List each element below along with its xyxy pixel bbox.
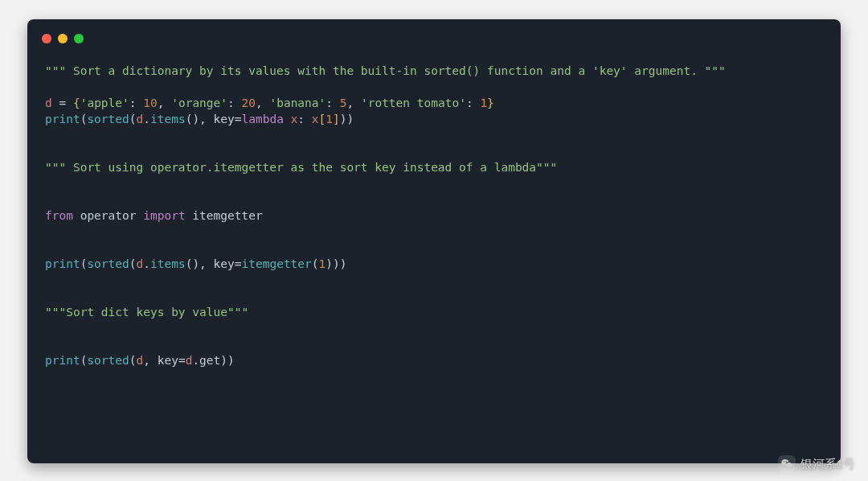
number: 1 xyxy=(480,97,487,109)
identifier: d xyxy=(45,97,52,109)
module: operator xyxy=(80,209,137,222)
call: sorted xyxy=(87,113,129,125)
call: items xyxy=(150,257,186,270)
paren: ) xyxy=(326,257,333,270)
number: 20 xyxy=(242,97,256,109)
bracket: [ xyxy=(319,113,326,125)
arg-sep: , key= xyxy=(199,113,241,125)
comma: , xyxy=(256,97,269,109)
attr: get xyxy=(199,354,220,367)
window-zoom-button[interactable] xyxy=(74,34,84,43)
watermark: 银河系1号 xyxy=(778,455,855,473)
call: print xyxy=(45,113,80,125)
code-editor-window: """ Sort a dictionary by its values with… xyxy=(27,19,841,463)
window-minimize-button[interactable] xyxy=(58,34,68,43)
string: 'orange' xyxy=(171,97,227,109)
wechat-icon xyxy=(778,455,796,473)
colon: : xyxy=(129,97,143,109)
paren: ) xyxy=(347,113,354,125)
window-titlebar xyxy=(27,19,841,47)
paren: ) xyxy=(333,257,340,270)
paren: ) xyxy=(192,113,199,125)
brace: } xyxy=(487,97,494,109)
dot: . xyxy=(143,113,150,125)
comma: , xyxy=(158,97,171,109)
number: 10 xyxy=(143,97,157,109)
identifier: d xyxy=(137,354,144,367)
space xyxy=(73,209,80,222)
operator: = xyxy=(52,97,73,109)
string: 'banana' xyxy=(269,97,326,109)
number: 1 xyxy=(319,257,326,270)
paren: ( xyxy=(129,113,137,125)
space xyxy=(284,113,291,125)
window-close-button[interactable] xyxy=(42,34,51,43)
arg-sep: , key= xyxy=(199,257,241,270)
paren: ) xyxy=(340,113,347,125)
name: itemgetter xyxy=(192,209,262,222)
paren: ( xyxy=(129,257,137,270)
brace: { xyxy=(73,97,80,109)
string: 'rotten tomato' xyxy=(361,97,466,109)
paren: ) xyxy=(227,354,235,367)
keyword: import xyxy=(143,209,185,222)
docstring-line: """ Sort using operator.itemgetter as th… xyxy=(45,161,557,174)
paren: ( xyxy=(129,354,137,367)
call: items xyxy=(150,113,186,125)
watermark-text: 银河系1号 xyxy=(800,457,855,472)
paren: ( xyxy=(312,257,319,270)
paren: ) xyxy=(220,354,227,367)
docstring-line: """Sort dict keys by value""" xyxy=(45,306,248,319)
number: 1 xyxy=(326,113,333,125)
colon: : xyxy=(326,97,339,109)
code-content: """ Sort a dictionary by its values with… xyxy=(27,47,841,368)
call: print xyxy=(45,257,80,270)
call: sorted xyxy=(87,257,129,270)
call: print xyxy=(45,354,80,367)
paren: ) xyxy=(192,257,199,270)
space xyxy=(137,209,144,222)
docstring-line: """ Sort a dictionary by its values with… xyxy=(45,64,726,77)
colon: : xyxy=(227,97,241,109)
keyword: from xyxy=(45,209,73,222)
arg-sep: , key= xyxy=(143,354,185,367)
colon: : xyxy=(466,97,480,109)
identifier: d xyxy=(137,113,144,125)
keyword: lambda xyxy=(242,113,284,125)
comma: , xyxy=(346,97,360,109)
bracket: ] xyxy=(333,113,340,125)
identifier: d xyxy=(137,257,144,270)
dot: . xyxy=(192,354,199,367)
dot: . xyxy=(143,257,150,270)
identifier: x xyxy=(312,113,319,125)
call: sorted xyxy=(87,354,129,367)
string: 'apple' xyxy=(80,97,129,109)
call: itemgetter xyxy=(242,257,312,270)
paren: ) xyxy=(340,257,347,270)
colon: : xyxy=(297,113,311,125)
